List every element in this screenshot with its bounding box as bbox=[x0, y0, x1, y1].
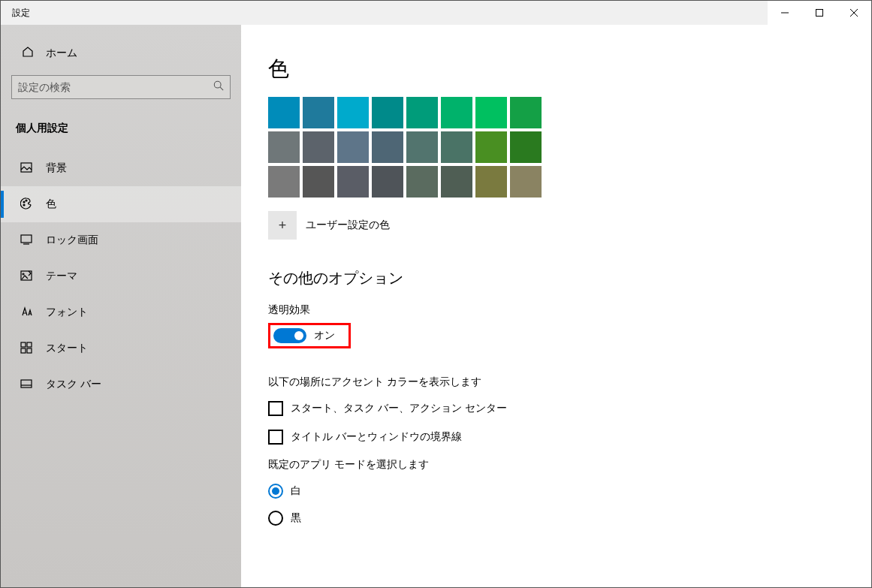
minimize-button[interactable] bbox=[768, 1, 802, 25]
sidebar: ホーム 個人用設定 背景 色 ロック画面 bbox=[1, 25, 241, 587]
color-swatch[interactable] bbox=[268, 166, 300, 198]
checkbox-label: タイトル バーとウィンドウの境界線 bbox=[291, 430, 462, 444]
color-swatch[interactable] bbox=[303, 166, 334, 198]
color-swatch[interactable] bbox=[475, 166, 507, 198]
svg-rect-16 bbox=[27, 348, 32, 353]
color-swatch[interactable] bbox=[372, 97, 403, 128]
window-controls bbox=[768, 1, 871, 25]
checkbox[interactable] bbox=[268, 430, 283, 445]
page-title: 色 bbox=[268, 55, 871, 83]
color-swatch[interactable] bbox=[406, 97, 438, 128]
color-swatch[interactable] bbox=[337, 131, 369, 163]
svg-point-7 bbox=[23, 201, 25, 203]
content-area: 色 + ユーザー設定の色 その他のオプション 透明効果 オン 以下の場所にアクセ… bbox=[241, 25, 871, 587]
palette-icon bbox=[20, 198, 32, 212]
svg-rect-15 bbox=[21, 348, 26, 353]
home-icon bbox=[22, 46, 34, 60]
color-swatch[interactable] bbox=[406, 166, 438, 198]
sidebar-item-colors[interactable]: 色 bbox=[1, 186, 241, 222]
svg-rect-1 bbox=[816, 10, 823, 17]
color-swatch[interactable] bbox=[337, 97, 369, 128]
checkbox-row[interactable]: タイトル バーとウィンドウの境界線 bbox=[268, 430, 871, 445]
color-swatch[interactable] bbox=[372, 166, 403, 198]
image-icon bbox=[20, 161, 32, 176]
sidebar-item-taskbar[interactable]: タスク バー bbox=[1, 366, 241, 403]
mode-heading: 既定のアプリ モードを選択します bbox=[268, 458, 871, 472]
plus-icon: + bbox=[268, 211, 297, 240]
radio-row[interactable]: 黒 bbox=[268, 511, 871, 526]
sidebar-item-background[interactable]: 背景 bbox=[1, 150, 241, 186]
color-swatch[interactable] bbox=[441, 97, 472, 128]
color-swatch[interactable] bbox=[268, 131, 300, 163]
svg-point-4 bbox=[214, 81, 221, 88]
sidebar-item-label: フォント bbox=[46, 306, 88, 319]
sidebar-item-start[interactable]: スタート bbox=[1, 330, 241, 366]
radio-label: 白 bbox=[291, 484, 301, 498]
color-swatch[interactable] bbox=[475, 131, 507, 163]
color-swatch[interactable] bbox=[475, 97, 507, 128]
swatch-row bbox=[268, 166, 871, 198]
checkbox-label: スタート、タスク バー、アクション センター bbox=[291, 402, 507, 415]
color-swatch[interactable] bbox=[441, 131, 472, 163]
accent-heading: 以下の場所にアクセント カラーを表示します bbox=[268, 375, 871, 389]
titlebar: 設定 bbox=[1, 1, 871, 25]
home-label: ホーム bbox=[46, 47, 77, 60]
custom-color-button[interactable]: + ユーザー設定の色 bbox=[268, 211, 871, 240]
search-icon bbox=[213, 80, 224, 94]
sidebar-item-label: テーマ bbox=[46, 270, 77, 283]
color-swatch[interactable] bbox=[372, 131, 403, 163]
sidebar-item-label: 色 bbox=[46, 198, 56, 211]
color-swatch[interactable] bbox=[268, 97, 300, 128]
radio-button[interactable] bbox=[268, 511, 283, 526]
start-icon bbox=[20, 342, 32, 356]
color-swatch[interactable] bbox=[303, 97, 334, 128]
svg-point-9 bbox=[23, 204, 25, 206]
radio-row[interactable]: 白 bbox=[268, 484, 871, 499]
taskbar-icon bbox=[20, 378, 32, 392]
custom-color-label: ユーザー設定の色 bbox=[306, 219, 390, 232]
color-swatch[interactable] bbox=[303, 131, 334, 163]
sidebar-item-label: タスク バー bbox=[46, 378, 101, 391]
swatch-row bbox=[268, 97, 871, 128]
radio-button[interactable] bbox=[268, 484, 283, 499]
checkbox-row[interactable]: スタート、タスク バー、アクション センター bbox=[268, 401, 871, 416]
maximize-button[interactable] bbox=[802, 1, 837, 25]
svg-rect-6 bbox=[21, 163, 32, 172]
color-swatch[interactable] bbox=[337, 166, 369, 198]
color-swatch-grid bbox=[268, 97, 871, 198]
color-swatch[interactable] bbox=[406, 131, 438, 163]
swatch-row bbox=[268, 131, 871, 163]
sidebar-item-label: 背景 bbox=[46, 161, 67, 175]
color-swatch[interactable] bbox=[510, 166, 542, 198]
themes-icon bbox=[20, 270, 32, 284]
window-title: 設定 bbox=[1, 7, 30, 20]
svg-line-5 bbox=[220, 87, 223, 90]
color-swatch[interactable] bbox=[510, 97, 542, 128]
search-input[interactable] bbox=[18, 81, 213, 93]
sidebar-item-themes[interactable]: テーマ bbox=[1, 258, 241, 294]
svg-point-8 bbox=[26, 200, 27, 201]
svg-rect-13 bbox=[21, 342, 26, 347]
color-swatch[interactable] bbox=[510, 131, 542, 163]
transparency-toggle-highlight: オン bbox=[268, 323, 351, 348]
sidebar-item-lockscreen[interactable]: ロック画面 bbox=[1, 222, 241, 258]
color-swatch[interactable] bbox=[441, 166, 472, 198]
toggle-state-label: オン bbox=[314, 329, 335, 342]
settings-window: 設定 ホーム bbox=[0, 0, 872, 588]
lockscreen-icon bbox=[20, 234, 32, 248]
search-box[interactable] bbox=[11, 75, 231, 99]
checkbox[interactable] bbox=[268, 401, 283, 416]
toggle-thumb bbox=[294, 331, 303, 340]
transparency-label: 透明効果 bbox=[268, 303, 871, 317]
other-options-header: その他のオプション bbox=[268, 268, 871, 288]
svg-rect-17 bbox=[21, 380, 32, 387]
radio-label: 黒 bbox=[291, 511, 301, 525]
body-area: ホーム 個人用設定 背景 色 ロック画面 bbox=[1, 1, 871, 587]
svg-rect-10 bbox=[21, 235, 32, 243]
transparency-toggle[interactable] bbox=[273, 328, 306, 343]
close-button[interactable] bbox=[837, 1, 871, 25]
home-link[interactable]: ホーム bbox=[7, 38, 241, 68]
category-header: 個人用設定 bbox=[1, 114, 241, 150]
sidebar-item-fonts[interactable]: フォント bbox=[1, 294, 241, 330]
font-icon bbox=[20, 306, 32, 320]
